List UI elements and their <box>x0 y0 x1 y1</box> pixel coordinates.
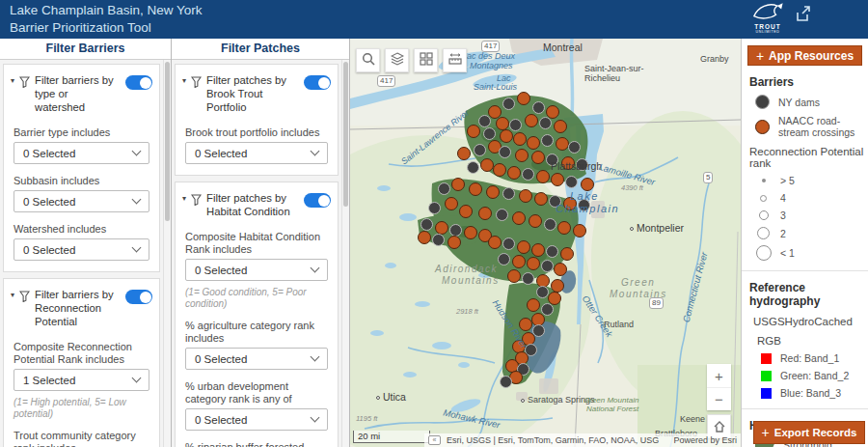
barrier-marker-road-stream-crossing[interactable] <box>457 147 471 160</box>
filter-toggle-switch[interactable] <box>304 193 331 208</box>
barrier-marker-ny-dam[interactable] <box>544 218 556 231</box>
layers-button[interactable] <box>385 48 409 72</box>
attribution-expand-icon[interactable]: « <box>428 435 441 445</box>
barrier-marker-ny-dam[interactable] <box>576 158 588 171</box>
barrier-marker-ny-dam[interactable] <box>438 182 450 195</box>
barrier-marker-road-stream-crossing[interactable] <box>486 185 500 199</box>
barrier-marker-ny-dam[interactable] <box>420 218 433 231</box>
dropdown-select[interactable]: 0 Selected <box>14 190 149 212</box>
barrier-marker-road-stream-crossing[interactable] <box>557 221 571 235</box>
barrier-marker-road-stream-crossing[interactable] <box>527 298 540 312</box>
barrier-marker-road-stream-crossing[interactable] <box>560 247 574 261</box>
dropdown-select[interactable]: 0 Selected <box>14 238 149 261</box>
dropdown-select[interactable]: 1 Selected <box>14 369 149 391</box>
barrier-marker-ny-dam[interactable] <box>478 115 491 127</box>
barrier-marker-road-stream-crossing[interactable] <box>551 173 564 186</box>
barrier-marker-road-stream-crossing[interactable] <box>519 189 532 203</box>
barrier-marker-ny-dam[interactable] <box>565 176 578 188</box>
barrier-marker-road-stream-crossing[interactable] <box>563 197 577 210</box>
barrier-marker-ny-dam[interactable] <box>522 168 534 181</box>
search-button[interactable] <box>356 48 380 72</box>
zoom-in-button[interactable]: + <box>707 364 731 387</box>
barriers-scrollbar[interactable] <box>163 60 171 447</box>
barrier-marker-ny-dam[interactable] <box>496 209 508 221</box>
barrier-marker-ny-dam[interactable] <box>541 134 554 147</box>
barrier-marker-road-stream-crossing[interactable] <box>519 318 532 331</box>
map-canvas[interactable]: MontrealGranbySaint-Jean-sur-RichelieuLa… <box>350 39 741 447</box>
barrier-marker-road-stream-crossing[interactable] <box>467 125 480 138</box>
barrier-marker-road-stream-crossing[interactable] <box>525 114 538 127</box>
barrier-marker-ny-dam[interactable] <box>546 154 558 166</box>
barrier-marker-road-stream-crossing[interactable] <box>551 279 564 293</box>
barrier-marker-ny-dam[interactable] <box>549 195 561 208</box>
share-icon[interactable] <box>795 6 812 23</box>
barrier-marker-ny-dam[interactable] <box>539 117 552 129</box>
barrier-marker-road-stream-crossing[interactable] <box>448 236 461 249</box>
barrier-marker-ny-dam[interactable] <box>541 260 554 272</box>
barrier-marker-road-stream-crossing[interactable] <box>469 182 482 196</box>
dropdown-select[interactable]: 0 Selected <box>185 348 328 370</box>
filter-toggle-switch[interactable] <box>125 75 152 90</box>
barrier-marker-ny-dam[interactable] <box>536 286 549 298</box>
barrier-marker-road-stream-crossing[interactable] <box>561 156 575 170</box>
barrier-marker-road-stream-crossing[interactable] <box>517 240 530 254</box>
collapse-caret-icon[interactable]: ▾ <box>182 76 186 85</box>
barrier-marker-road-stream-crossing[interactable] <box>512 255 526 268</box>
barrier-marker-ny-dam[interactable] <box>499 146 511 158</box>
barrier-marker-road-stream-crossing[interactable] <box>512 211 526 225</box>
collapse-caret-icon[interactable]: ▾ <box>182 194 186 203</box>
filter-toggle-switch[interactable] <box>125 290 152 304</box>
barrier-marker-road-stream-crossing[interactable] <box>451 178 465 191</box>
barrier-marker-ny-dam[interactable] <box>428 202 441 214</box>
barrier-marker-ny-dam[interactable] <box>498 253 510 265</box>
barrier-marker-road-stream-crossing[interactable] <box>513 132 527 146</box>
export-records-button[interactable]: + Export Records <box>753 421 865 444</box>
barrier-marker-road-stream-crossing[interactable] <box>478 207 492 220</box>
dropdown-select[interactable]: 0 Selected <box>185 142 328 164</box>
dropdown-select[interactable]: 0 Selected <box>185 259 328 281</box>
barrier-marker-ny-dam[interactable] <box>532 101 545 114</box>
patches-scrollbar[interactable] <box>341 60 349 447</box>
barrier-marker-road-stream-crossing[interactable] <box>517 92 530 105</box>
barrier-marker-road-stream-crossing[interactable] <box>418 231 431 244</box>
barrier-marker-road-stream-crossing[interactable] <box>529 214 542 228</box>
barrier-marker-road-stream-crossing[interactable] <box>527 257 540 270</box>
barrier-marker-road-stream-crossing[interactable] <box>445 197 458 210</box>
barrier-marker-ny-dam[interactable] <box>502 187 515 200</box>
barrier-marker-road-stream-crossing[interactable] <box>496 117 509 130</box>
barrier-marker-road-stream-crossing[interactable] <box>515 149 529 162</box>
barrier-marker-road-stream-crossing[interactable] <box>527 136 540 150</box>
barrier-marker-road-stream-crossing[interactable] <box>464 226 477 239</box>
barrier-marker-road-stream-crossing[interactable] <box>459 205 473 218</box>
collapse-caret-icon[interactable]: ▾ <box>11 76 14 85</box>
barrier-marker-ny-dam[interactable] <box>502 237 515 250</box>
measure-button[interactable] <box>443 48 467 72</box>
barrier-marker-road-stream-crossing[interactable] <box>507 166 521 180</box>
barrier-marker-road-stream-crossing[interactable] <box>581 178 594 191</box>
barrier-marker-road-stream-crossing[interactable] <box>536 170 550 183</box>
barrier-marker-ny-dam[interactable] <box>474 144 486 156</box>
barrier-marker-road-stream-crossing[interactable] <box>554 263 567 276</box>
barrier-marker-ny-dam[interactable] <box>502 98 515 110</box>
dropdown-select[interactable]: 0 Selected <box>185 408 328 431</box>
barrier-marker-ny-dam[interactable] <box>432 234 445 246</box>
barrier-marker-road-stream-crossing[interactable] <box>556 137 569 151</box>
barrier-marker-road-stream-crossing[interactable] <box>531 151 545 164</box>
barrier-marker-ny-dam[interactable] <box>509 119 522 131</box>
barrier-marker-road-stream-crossing[interactable] <box>507 269 521 283</box>
barrier-marker-road-stream-crossing[interactable] <box>531 243 545 257</box>
barrier-marker-road-stream-crossing[interactable] <box>480 158 494 172</box>
barrier-marker-road-stream-crossing[interactable] <box>554 120 567 133</box>
dropdown-select[interactable]: 0 Selected <box>14 142 149 164</box>
basemap-gallery-button[interactable] <box>414 48 438 72</box>
filter-toggle-switch[interactable] <box>304 75 331 90</box>
barrier-marker-road-stream-crossing[interactable] <box>493 163 506 177</box>
app-resources-button[interactable]: + App Resources <box>747 45 862 66</box>
barrier-marker-road-stream-crossing[interactable] <box>500 129 513 143</box>
barrier-marker-ny-dam[interactable] <box>500 376 512 388</box>
barrier-marker-road-stream-crossing[interactable] <box>573 224 586 237</box>
barrier-marker-road-stream-crossing[interactable] <box>488 236 502 249</box>
barrier-marker-road-stream-crossing[interactable] <box>435 221 448 235</box>
zoom-out-button[interactable]: − <box>707 387 731 410</box>
barrier-marker-ny-dam[interactable] <box>483 127 496 140</box>
